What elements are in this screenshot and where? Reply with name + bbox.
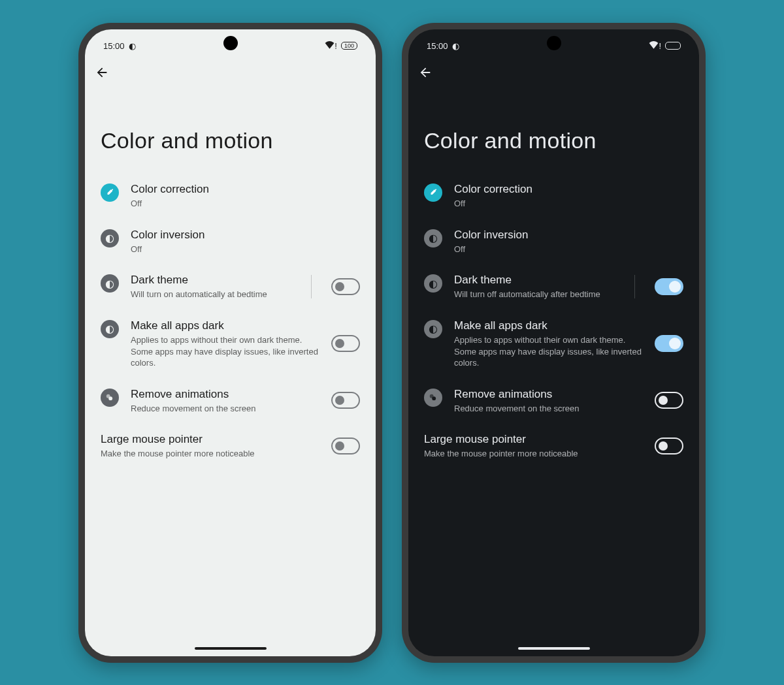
make-dark-sub: Applies to apps without their own dark t… [131, 334, 319, 369]
row-color-inversion[interactable]: ◐ Color inversion Off [408, 219, 699, 264]
remove-anim-toggle[interactable] [655, 392, 683, 409]
remove-anim-toggle[interactable] [331, 392, 360, 409]
make-dark-icon: ◐ [101, 320, 119, 338]
row-remove-anim[interactable]: Remove animations Reduce movement on the… [85, 378, 376, 424]
nav-bar[interactable] [518, 647, 590, 650]
remove-anim-icon [101, 389, 119, 407]
wifi-icon: ! [325, 40, 337, 51]
row-large-pointer[interactable]: Large mouse pointer Make the mouse point… [85, 423, 376, 469]
remove-anim-sub: Reduce movement on the screen [454, 403, 643, 415]
large-pointer-sub: Make the mouse pointer more noticeable [424, 448, 655, 460]
nav-bar[interactable] [195, 647, 267, 650]
make-dark-label: Make all apps dark [131, 319, 319, 333]
row-remove-anim[interactable]: Remove animations Reduce movement on the… [408, 378, 699, 424]
eyedropper-icon [424, 183, 442, 202]
remove-anim-label: Remove animations [131, 387, 319, 402]
color-correction-label: Color correction [454, 182, 683, 197]
contrast-icon: ◐ [101, 229, 119, 247]
battery-icon [665, 42, 681, 50]
make-dark-toggle[interactable] [331, 335, 360, 352]
make-dark-icon: ◐ [424, 320, 442, 338]
color-correction-sub: Off [454, 198, 683, 210]
large-pointer-toggle[interactable] [331, 438, 360, 454]
row-color-inversion[interactable]: ◐ Color inversion Off [85, 219, 376, 264]
color-inversion-label: Color inversion [131, 228, 360, 242]
divider [311, 275, 312, 298]
dark-theme-sub: Will turn on automatically at bedtime [131, 289, 297, 300]
row-dark-theme[interactable]: ◐ Dark theme Will turn on automatically … [85, 264, 376, 310]
do-not-disturb-icon: ◐ [452, 41, 459, 51]
color-inversion-label: Color inversion [454, 228, 683, 242]
make-dark-sub: Applies to apps without their own dark t… [454, 334, 643, 369]
row-make-dark[interactable]: ◐ Make all apps dark Applies to apps wit… [408, 310, 699, 378]
svg-point-1 [108, 396, 112, 400]
do-not-disturb-icon: ◐ [129, 41, 136, 51]
toolbar [408, 56, 699, 82]
camera-cutout [223, 36, 238, 50]
dark-theme-label: Dark theme [454, 273, 620, 287]
color-correction-sub: Off [131, 198, 360, 210]
back-icon[interactable] [94, 65, 110, 80]
dark-theme-icon: ◐ [101, 274, 119, 293]
large-pointer-sub: Make the mouse pointer more noticeable [101, 448, 331, 460]
row-make-dark[interactable]: ◐ Make all apps dark Applies to apps wit… [85, 310, 376, 378]
phone-dark: 15:00 ◐ ! Color and motion Color correct… [402, 23, 706, 663]
svg-point-3 [432, 396, 436, 400]
camera-cutout [547, 36, 561, 50]
color-inversion-sub: Off [131, 244, 360, 255]
eyedropper-icon [101, 183, 119, 202]
toolbar [85, 56, 376, 82]
row-color-correction[interactable]: Color correction Off [408, 173, 699, 219]
large-pointer-toggle[interactable] [655, 438, 683, 454]
dark-theme-icon: ◐ [424, 274, 442, 293]
remove-anim-icon [424, 389, 442, 407]
status-time: 15:00 [427, 41, 448, 51]
phone-light: 15:00 ◐ ! 100 Color and motion Color cor… [78, 23, 382, 663]
screen-light: 15:00 ◐ ! 100 Color and motion Color cor… [85, 29, 376, 656]
page-title: Color and motion [408, 82, 699, 173]
make-dark-toggle[interactable] [655, 335, 683, 352]
dark-theme-sub: Will turn off automatically after bedtim… [454, 289, 620, 300]
battery-icon: 100 [341, 42, 357, 50]
large-pointer-label: Large mouse pointer [424, 432, 655, 447]
dark-theme-toggle[interactable] [655, 278, 683, 295]
screen-dark: 15:00 ◐ ! Color and motion Color correct… [408, 29, 699, 656]
back-icon[interactable] [417, 65, 433, 80]
contrast-icon: ◐ [424, 229, 442, 247]
dark-theme-label: Dark theme [131, 273, 297, 287]
row-large-pointer[interactable]: Large mouse pointer Make the mouse point… [408, 423, 699, 469]
dark-theme-toggle[interactable] [331, 278, 360, 295]
color-correction-label: Color correction [131, 182, 360, 197]
page-title: Color and motion [85, 82, 376, 173]
large-pointer-label: Large mouse pointer [101, 432, 331, 447]
color-inversion-sub: Off [454, 244, 683, 255]
remove-anim-label: Remove animations [454, 387, 643, 402]
row-dark-theme[interactable]: ◐ Dark theme Will turn off automatically… [408, 264, 699, 310]
wifi-icon: ! [649, 40, 661, 51]
status-time: 15:00 [103, 41, 125, 51]
remove-anim-sub: Reduce movement on the screen [131, 403, 319, 415]
divider [634, 275, 635, 298]
make-dark-label: Make all apps dark [454, 319, 643, 333]
row-color-correction[interactable]: Color correction Off [85, 173, 376, 219]
